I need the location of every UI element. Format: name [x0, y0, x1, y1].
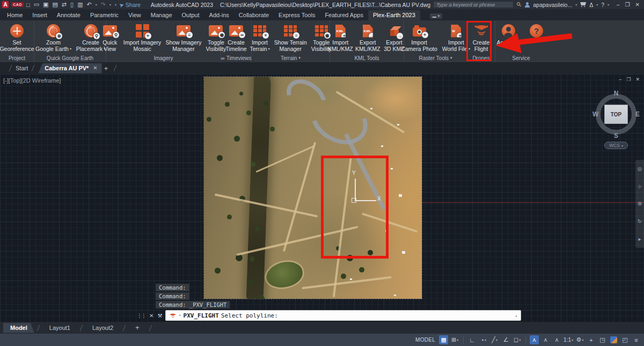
pan-icon[interactable] — [638, 183, 642, 189]
object-snap-toggle[interactable] — [513, 335, 522, 344]
search-input[interactable] — [433, 1, 514, 8]
open-file-icon[interactable] — [34, 1, 39, 8]
restore-button[interactable] — [625, 2, 630, 8]
command-caret-icon[interactable] — [179, 313, 181, 318]
tab-parametric[interactable]: Parametric — [85, 10, 123, 20]
wcs-selector[interactable]: WCS — [604, 142, 628, 149]
account-button[interactable]: Account — [496, 21, 521, 47]
steering-wheel-icon[interactable] — [638, 166, 642, 172]
quick-view-button[interactable]: Quick View — [100, 21, 120, 53]
workspace-switching[interactable] — [575, 335, 584, 344]
close-button[interactable] — [635, 2, 640, 8]
annotation-monitor-toggle[interactable] — [587, 335, 596, 344]
compass-west[interactable]: W — [592, 111, 598, 118]
search-icon[interactable] — [515, 1, 523, 9]
isodraft-toggle[interactable] — [490, 335, 499, 344]
tab-add-ins[interactable]: Add-ins — [204, 10, 234, 20]
import-terrain-button[interactable]: Import Terrain — [249, 21, 271, 53]
drawing-canvas[interactable]: [-][Top][2D Wireframe] — [0, 74, 644, 322]
store-cart-icon[interactable] — [580, 2, 586, 7]
clean-screen-toggle[interactable] — [620, 335, 630, 344]
ortho-mode-toggle[interactable] — [467, 335, 477, 344]
tab-start[interactable]: Start — [16, 65, 28, 71]
save-icon[interactable] — [43, 1, 48, 8]
ribbon-display-toggle[interactable] — [430, 13, 443, 19]
minimize-button[interactable] — [617, 2, 620, 8]
zoom-google-earth-button[interactable]: Zoom Google Earth — [34, 21, 72, 53]
close-tab-icon[interactable] — [93, 65, 97, 71]
import-imagery-mosaic-button[interactable]: Import Imagery Mosaic — [122, 21, 163, 53]
command-close-icon[interactable] — [149, 313, 153, 319]
annotation-scale-selector[interactable]: 1:1 — [564, 335, 573, 344]
user-avatar-icon[interactable] — [524, 2, 530, 8]
import-world-file-button[interactable]: W Import World File — [441, 21, 471, 53]
user-name[interactable]: apapavasileio... — [533, 2, 572, 8]
undo-caret-icon[interactable] — [96, 3, 97, 6]
tab-home[interactable]: Home — [2, 10, 27, 20]
tab-active-document[interactable]: Caberra AU PV* — [38, 63, 102, 73]
grid-display-toggle[interactable] — [439, 335, 448, 344]
print-icon[interactable] — [77, 1, 83, 8]
tab-insert[interactable]: Insert — [27, 10, 52, 20]
new-layout-button[interactable] — [128, 322, 147, 334]
autoscale-toggle[interactable] — [541, 335, 550, 344]
show-terrain-manager-button[interactable]: Show Terrain Manager — [273, 21, 308, 53]
tab-manage[interactable]: Manage — [146, 10, 177, 20]
save-as-icon[interactable] — [52, 1, 57, 8]
create-flight-button[interactable]: Create Flight — [469, 21, 494, 53]
annotation-visibility-toggle[interactable] — [530, 335, 539, 344]
tab-view[interactable]: View — [123, 10, 146, 20]
import-kml-button[interactable]: KML Import KML/KMZ — [328, 21, 353, 53]
tab-annotate[interactable]: Annotate — [52, 10, 85, 20]
redo-icon[interactable] — [101, 1, 106, 8]
show-motion-icon[interactable] — [638, 236, 641, 242]
object-snap-tracking-toggle[interactable] — [501, 335, 510, 344]
polar-tracking-toggle[interactable] — [479, 335, 488, 344]
annotation-scale-icon[interactable] — [552, 335, 561, 344]
panel-label-raster-tools[interactable]: Raster Tools — [404, 54, 467, 62]
view-cube[interactable]: N S W E TOP — [592, 90, 640, 138]
tab-layout1[interactable]: Layout1 — [42, 323, 77, 333]
mobile-icon[interactable] — [70, 1, 74, 8]
tab-model[interactable]: Model — [3, 323, 34, 333]
plex-earth-status-button[interactable] — [609, 335, 618, 344]
command-input[interactable]: PXV_FLIGHT Select polyline: — [165, 310, 521, 321]
compass-east[interactable]: E — [635, 111, 640, 118]
help-caret-icon[interactable] — [608, 3, 609, 6]
tab-express-tools[interactable]: Express Tools — [274, 10, 320, 20]
model-space-indicator[interactable]: MODEL — [415, 337, 435, 343]
panel-label-terrain[interactable]: Terrain — [252, 54, 330, 62]
command-tools-icon[interactable] — [157, 313, 162, 319]
orbit-icon[interactable] — [638, 218, 642, 224]
autodesk-app-icon[interactable] — [589, 2, 593, 8]
viewport-minimize-button[interactable] — [619, 77, 621, 82]
tab-output[interactable]: Output — [177, 10, 204, 20]
user-caret-icon[interactable] — [575, 3, 577, 6]
autocad-logo-icon[interactable]: A — [2, 1, 9, 8]
isolate-objects-button[interactable] — [598, 335, 607, 344]
help-menu-icon[interactable] — [601, 2, 604, 8]
set-georeference-button[interactable]: Set Georeference — [0, 21, 35, 53]
tab-collaborate[interactable]: Collaborate — [234, 10, 274, 20]
snap-mode-toggle[interactable] — [450, 335, 459, 344]
new-file-icon[interactable] — [26, 2, 30, 8]
viewport-close-button[interactable] — [635, 77, 640, 82]
autodesk-caret-icon[interactable] — [596, 3, 598, 6]
tab-plex-earth[interactable]: Plex-Earth 2023 — [368, 10, 420, 20]
viewport-controls-label[interactable]: [-][Top][2D Wireframe] — [3, 77, 61, 84]
command-expand-icon[interactable] — [515, 313, 518, 318]
undo-icon[interactable] — [87, 1, 92, 8]
view-cube-top-face[interactable]: TOP — [604, 105, 628, 124]
create-timeline-button[interactable]: Create Timeline — [224, 21, 247, 53]
transfer-icon[interactable] — [62, 1, 67, 8]
viewport-restore-button[interactable] — [626, 77, 631, 82]
zoom-tool-icon[interactable] — [638, 201, 642, 207]
command-drag-handle[interactable] — [137, 313, 145, 319]
export-kml-button[interactable]: KML Export KML/KMZ — [355, 21, 380, 53]
show-imagery-manager-button[interactable]: Show Imagery Manager — [164, 21, 202, 53]
customization-menu-button[interactable] — [632, 335, 641, 344]
qat-customize-icon[interactable] — [115, 3, 116, 6]
redo-caret-icon[interactable] — [109, 3, 111, 6]
compass-south[interactable]: S — [614, 132, 618, 139]
share-button[interactable]: Share — [119, 2, 141, 8]
